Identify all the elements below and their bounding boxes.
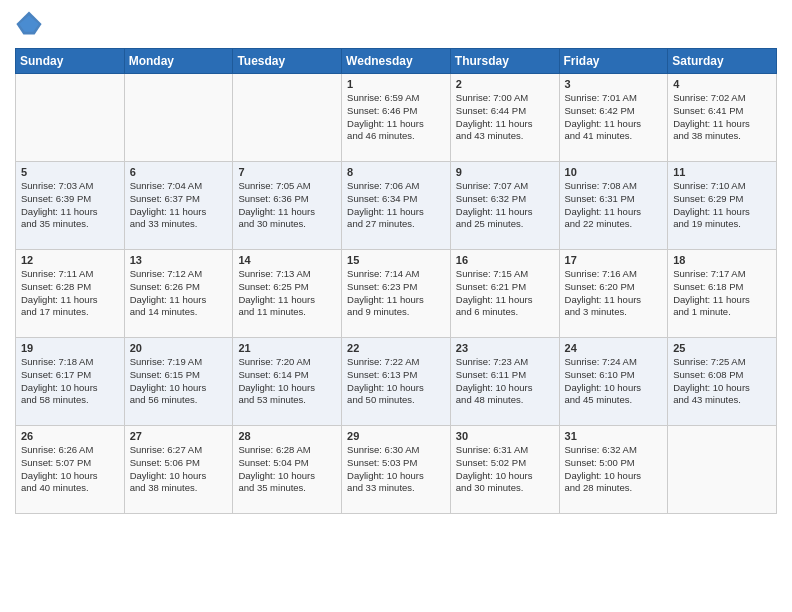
day-info: Sunrise: 7:07 AM Sunset: 6:32 PM Dayligh… xyxy=(456,180,554,231)
calendar-day-cell xyxy=(233,74,342,162)
calendar-day-cell: 26Sunrise: 6:26 AM Sunset: 5:07 PM Dayli… xyxy=(16,426,125,514)
day-info: Sunrise: 7:04 AM Sunset: 6:37 PM Dayligh… xyxy=(130,180,228,231)
day-number: 29 xyxy=(347,430,445,442)
calendar-day-cell: 6Sunrise: 7:04 AM Sunset: 6:37 PM Daylig… xyxy=(124,162,233,250)
calendar-day-cell: 28Sunrise: 6:28 AM Sunset: 5:04 PM Dayli… xyxy=(233,426,342,514)
calendar-day-cell: 24Sunrise: 7:24 AM Sunset: 6:10 PM Dayli… xyxy=(559,338,668,426)
day-number: 25 xyxy=(673,342,771,354)
day-number: 8 xyxy=(347,166,445,178)
day-number: 23 xyxy=(456,342,554,354)
calendar-day-cell: 30Sunrise: 6:31 AM Sunset: 5:02 PM Dayli… xyxy=(450,426,559,514)
calendar-day-cell: 22Sunrise: 7:22 AM Sunset: 6:13 PM Dayli… xyxy=(342,338,451,426)
day-info: Sunrise: 7:12 AM Sunset: 6:26 PM Dayligh… xyxy=(130,268,228,319)
day-number: 28 xyxy=(238,430,336,442)
day-info: Sunrise: 7:16 AM Sunset: 6:20 PM Dayligh… xyxy=(565,268,663,319)
day-number: 19 xyxy=(21,342,119,354)
calendar-day-cell: 9Sunrise: 7:07 AM Sunset: 6:32 PM Daylig… xyxy=(450,162,559,250)
day-info: Sunrise: 6:27 AM Sunset: 5:06 PM Dayligh… xyxy=(130,444,228,495)
calendar-day-cell: 3Sunrise: 7:01 AM Sunset: 6:42 PM Daylig… xyxy=(559,74,668,162)
calendar-week-row: 19Sunrise: 7:18 AM Sunset: 6:17 PM Dayli… xyxy=(16,338,777,426)
day-info: Sunrise: 6:31 AM Sunset: 5:02 PM Dayligh… xyxy=(456,444,554,495)
calendar-day-cell: 21Sunrise: 7:20 AM Sunset: 6:14 PM Dayli… xyxy=(233,338,342,426)
day-number: 20 xyxy=(130,342,228,354)
calendar-day-header: Sunday xyxy=(16,49,125,74)
day-number: 18 xyxy=(673,254,771,266)
calendar-day-cell: 25Sunrise: 7:25 AM Sunset: 6:08 PM Dayli… xyxy=(668,338,777,426)
day-number: 22 xyxy=(347,342,445,354)
calendar-day-header: Tuesday xyxy=(233,49,342,74)
calendar-day-cell: 4Sunrise: 7:02 AM Sunset: 6:41 PM Daylig… xyxy=(668,74,777,162)
day-info: Sunrise: 7:25 AM Sunset: 6:08 PM Dayligh… xyxy=(673,356,771,407)
day-info: Sunrise: 7:03 AM Sunset: 6:39 PM Dayligh… xyxy=(21,180,119,231)
day-info: Sunrise: 7:10 AM Sunset: 6:29 PM Dayligh… xyxy=(673,180,771,231)
day-info: Sunrise: 7:06 AM Sunset: 6:34 PM Dayligh… xyxy=(347,180,445,231)
calendar-week-row: 1Sunrise: 6:59 AM Sunset: 6:46 PM Daylig… xyxy=(16,74,777,162)
calendar-day-header: Wednesday xyxy=(342,49,451,74)
day-number: 30 xyxy=(456,430,554,442)
day-number: 9 xyxy=(456,166,554,178)
calendar-day-cell: 27Sunrise: 6:27 AM Sunset: 5:06 PM Dayli… xyxy=(124,426,233,514)
day-number: 7 xyxy=(238,166,336,178)
page-header xyxy=(15,10,777,38)
day-info: Sunrise: 6:28 AM Sunset: 5:04 PM Dayligh… xyxy=(238,444,336,495)
day-info: Sunrise: 7:18 AM Sunset: 6:17 PM Dayligh… xyxy=(21,356,119,407)
calendar-day-cell: 8Sunrise: 7:06 AM Sunset: 6:34 PM Daylig… xyxy=(342,162,451,250)
calendar-day-header: Saturday xyxy=(668,49,777,74)
calendar-day-header: Thursday xyxy=(450,49,559,74)
logo-icon xyxy=(15,10,43,38)
day-info: Sunrise: 7:17 AM Sunset: 6:18 PM Dayligh… xyxy=(673,268,771,319)
day-number: 15 xyxy=(347,254,445,266)
calendar-day-cell: 14Sunrise: 7:13 AM Sunset: 6:25 PM Dayli… xyxy=(233,250,342,338)
day-info: Sunrise: 7:19 AM Sunset: 6:15 PM Dayligh… xyxy=(130,356,228,407)
day-info: Sunrise: 7:00 AM Sunset: 6:44 PM Dayligh… xyxy=(456,92,554,143)
day-number: 13 xyxy=(130,254,228,266)
day-info: Sunrise: 7:14 AM Sunset: 6:23 PM Dayligh… xyxy=(347,268,445,319)
calendar-day-cell xyxy=(124,74,233,162)
calendar-day-cell: 10Sunrise: 7:08 AM Sunset: 6:31 PM Dayli… xyxy=(559,162,668,250)
day-info: Sunrise: 7:13 AM Sunset: 6:25 PM Dayligh… xyxy=(238,268,336,319)
calendar-day-cell: 16Sunrise: 7:15 AM Sunset: 6:21 PM Dayli… xyxy=(450,250,559,338)
day-number: 4 xyxy=(673,78,771,90)
day-number: 10 xyxy=(565,166,663,178)
day-number: 1 xyxy=(347,78,445,90)
day-info: Sunrise: 6:32 AM Sunset: 5:00 PM Dayligh… xyxy=(565,444,663,495)
calendar-day-cell: 29Sunrise: 6:30 AM Sunset: 5:03 PM Dayli… xyxy=(342,426,451,514)
day-number: 26 xyxy=(21,430,119,442)
calendar-week-row: 12Sunrise: 7:11 AM Sunset: 6:28 PM Dayli… xyxy=(16,250,777,338)
calendar-day-cell: 12Sunrise: 7:11 AM Sunset: 6:28 PM Dayli… xyxy=(16,250,125,338)
day-info: Sunrise: 7:02 AM Sunset: 6:41 PM Dayligh… xyxy=(673,92,771,143)
calendar-day-header: Monday xyxy=(124,49,233,74)
calendar-day-cell: 17Sunrise: 7:16 AM Sunset: 6:20 PM Dayli… xyxy=(559,250,668,338)
day-number: 6 xyxy=(130,166,228,178)
day-info: Sunrise: 7:23 AM Sunset: 6:11 PM Dayligh… xyxy=(456,356,554,407)
logo xyxy=(15,10,47,38)
calendar-day-cell: 7Sunrise: 7:05 AM Sunset: 6:36 PM Daylig… xyxy=(233,162,342,250)
calendar-day-cell: 18Sunrise: 7:17 AM Sunset: 6:18 PM Dayli… xyxy=(668,250,777,338)
calendar-day-cell: 20Sunrise: 7:19 AM Sunset: 6:15 PM Dayli… xyxy=(124,338,233,426)
day-info: Sunrise: 7:24 AM Sunset: 6:10 PM Dayligh… xyxy=(565,356,663,407)
calendar-day-cell: 23Sunrise: 7:23 AM Sunset: 6:11 PM Dayli… xyxy=(450,338,559,426)
calendar-day-cell: 1Sunrise: 6:59 AM Sunset: 6:46 PM Daylig… xyxy=(342,74,451,162)
day-number: 11 xyxy=(673,166,771,178)
day-number: 16 xyxy=(456,254,554,266)
day-number: 31 xyxy=(565,430,663,442)
day-number: 21 xyxy=(238,342,336,354)
calendar-day-cell xyxy=(668,426,777,514)
calendar-day-cell: 19Sunrise: 7:18 AM Sunset: 6:17 PM Dayli… xyxy=(16,338,125,426)
day-info: Sunrise: 7:15 AM Sunset: 6:21 PM Dayligh… xyxy=(456,268,554,319)
day-number: 12 xyxy=(21,254,119,266)
day-info: Sunrise: 7:01 AM Sunset: 6:42 PM Dayligh… xyxy=(565,92,663,143)
calendar-table: SundayMondayTuesdayWednesdayThursdayFrid… xyxy=(15,48,777,514)
day-info: Sunrise: 6:26 AM Sunset: 5:07 PM Dayligh… xyxy=(21,444,119,495)
day-number: 3 xyxy=(565,78,663,90)
calendar-day-cell: 15Sunrise: 7:14 AM Sunset: 6:23 PM Dayli… xyxy=(342,250,451,338)
day-number: 24 xyxy=(565,342,663,354)
calendar-day-header: Friday xyxy=(559,49,668,74)
day-info: Sunrise: 6:59 AM Sunset: 6:46 PM Dayligh… xyxy=(347,92,445,143)
calendar-day-cell xyxy=(16,74,125,162)
calendar-day-cell: 5Sunrise: 7:03 AM Sunset: 6:39 PM Daylig… xyxy=(16,162,125,250)
day-info: Sunrise: 7:05 AM Sunset: 6:36 PM Dayligh… xyxy=(238,180,336,231)
day-info: Sunrise: 7:20 AM Sunset: 6:14 PM Dayligh… xyxy=(238,356,336,407)
day-number: 17 xyxy=(565,254,663,266)
calendar-header-row: SundayMondayTuesdayWednesdayThursdayFrid… xyxy=(16,49,777,74)
